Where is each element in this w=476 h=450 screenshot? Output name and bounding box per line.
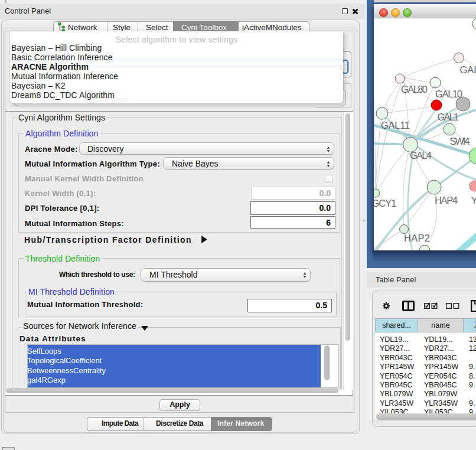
svg-text:Y: Y	[471, 195, 476, 206]
svg-text:GAL4: GAL4	[410, 150, 432, 161]
svg-text:HAP4: HAP4	[435, 195, 458, 206]
svg-text:GAL7: GAL7	[460, 64, 476, 75]
svg-text:HAP2: HAP2	[404, 233, 430, 243]
svg-text:GAL80: GAL80	[401, 84, 428, 94]
svg-text:SWI4: SWI4	[450, 136, 470, 146]
svg-text:GAL10: GAL10	[435, 89, 462, 99]
svg-text:GAL1: GAL1	[438, 112, 459, 122]
svg-text:GCY1: GCY1	[374, 198, 397, 208]
svg-text:GAL11: GAL11	[381, 120, 410, 131]
